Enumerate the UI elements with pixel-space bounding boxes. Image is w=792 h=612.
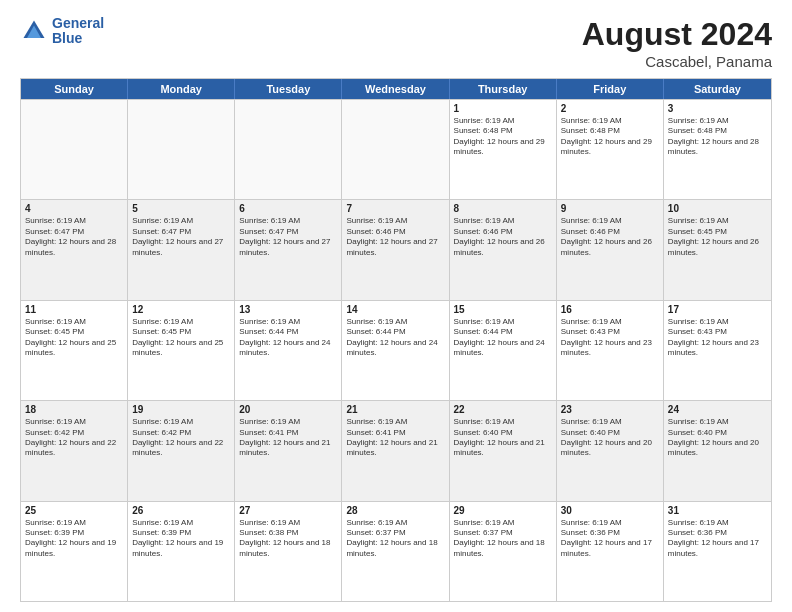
day-number-7: 7 bbox=[346, 203, 444, 214]
day-cell-20: 20Sunrise: 6:19 AM Sunset: 6:41 PM Dayli… bbox=[235, 401, 342, 500]
logo: General Blue bbox=[20, 16, 104, 47]
day-text-5: Sunrise: 6:19 AM Sunset: 6:47 PM Dayligh… bbox=[132, 216, 230, 258]
day-text-2: Sunrise: 6:19 AM Sunset: 6:48 PM Dayligh… bbox=[561, 116, 659, 158]
weekday-wednesday: Wednesday bbox=[342, 79, 449, 99]
day-text-28: Sunrise: 6:19 AM Sunset: 6:37 PM Dayligh… bbox=[346, 518, 444, 560]
empty-cell-0-2 bbox=[235, 100, 342, 199]
day-cell-29: 29Sunrise: 6:19 AM Sunset: 6:37 PM Dayli… bbox=[450, 502, 557, 601]
calendar-body: 1Sunrise: 6:19 AM Sunset: 6:48 PM Daylig… bbox=[21, 99, 771, 601]
logo-text: General Blue bbox=[52, 16, 104, 47]
day-number-29: 29 bbox=[454, 505, 552, 516]
day-cell-4: 4Sunrise: 6:19 AM Sunset: 6:47 PM Daylig… bbox=[21, 200, 128, 299]
day-number-1: 1 bbox=[454, 103, 552, 114]
day-cell-30: 30Sunrise: 6:19 AM Sunset: 6:36 PM Dayli… bbox=[557, 502, 664, 601]
day-text-1: Sunrise: 6:19 AM Sunset: 6:48 PM Dayligh… bbox=[454, 116, 552, 158]
day-number-11: 11 bbox=[25, 304, 123, 315]
day-text-14: Sunrise: 6:19 AM Sunset: 6:44 PM Dayligh… bbox=[346, 317, 444, 359]
day-number-20: 20 bbox=[239, 404, 337, 415]
day-cell-10: 10Sunrise: 6:19 AM Sunset: 6:45 PM Dayli… bbox=[664, 200, 771, 299]
day-cell-23: 23Sunrise: 6:19 AM Sunset: 6:40 PM Dayli… bbox=[557, 401, 664, 500]
logo-general: General bbox=[52, 16, 104, 31]
day-cell-3: 3Sunrise: 6:19 AM Sunset: 6:48 PM Daylig… bbox=[664, 100, 771, 199]
day-number-17: 17 bbox=[668, 304, 767, 315]
location-title: Cascabel, Panama bbox=[582, 53, 772, 70]
day-number-21: 21 bbox=[346, 404, 444, 415]
day-cell-13: 13Sunrise: 6:19 AM Sunset: 6:44 PM Dayli… bbox=[235, 301, 342, 400]
weekday-friday: Friday bbox=[557, 79, 664, 99]
day-text-30: Sunrise: 6:19 AM Sunset: 6:36 PM Dayligh… bbox=[561, 518, 659, 560]
weekday-thursday: Thursday bbox=[450, 79, 557, 99]
day-cell-1: 1Sunrise: 6:19 AM Sunset: 6:48 PM Daylig… bbox=[450, 100, 557, 199]
day-cell-26: 26Sunrise: 6:19 AM Sunset: 6:39 PM Dayli… bbox=[128, 502, 235, 601]
day-cell-24: 24Sunrise: 6:19 AM Sunset: 6:40 PM Dayli… bbox=[664, 401, 771, 500]
empty-cell-0-3 bbox=[342, 100, 449, 199]
day-text-20: Sunrise: 6:19 AM Sunset: 6:41 PM Dayligh… bbox=[239, 417, 337, 459]
day-text-12: Sunrise: 6:19 AM Sunset: 6:45 PM Dayligh… bbox=[132, 317, 230, 359]
day-number-3: 3 bbox=[668, 103, 767, 114]
day-number-5: 5 bbox=[132, 203, 230, 214]
day-number-9: 9 bbox=[561, 203, 659, 214]
day-cell-12: 12Sunrise: 6:19 AM Sunset: 6:45 PM Dayli… bbox=[128, 301, 235, 400]
day-text-7: Sunrise: 6:19 AM Sunset: 6:46 PM Dayligh… bbox=[346, 216, 444, 258]
day-cell-5: 5Sunrise: 6:19 AM Sunset: 6:47 PM Daylig… bbox=[128, 200, 235, 299]
day-cell-7: 7Sunrise: 6:19 AM Sunset: 6:46 PM Daylig… bbox=[342, 200, 449, 299]
day-cell-27: 27Sunrise: 6:19 AM Sunset: 6:38 PM Dayli… bbox=[235, 502, 342, 601]
empty-cell-0-0 bbox=[21, 100, 128, 199]
day-cell-14: 14Sunrise: 6:19 AM Sunset: 6:44 PM Dayli… bbox=[342, 301, 449, 400]
day-text-9: Sunrise: 6:19 AM Sunset: 6:46 PM Dayligh… bbox=[561, 216, 659, 258]
day-number-19: 19 bbox=[132, 404, 230, 415]
day-cell-15: 15Sunrise: 6:19 AM Sunset: 6:44 PM Dayli… bbox=[450, 301, 557, 400]
day-number-12: 12 bbox=[132, 304, 230, 315]
day-text-3: Sunrise: 6:19 AM Sunset: 6:48 PM Dayligh… bbox=[668, 116, 767, 158]
day-text-10: Sunrise: 6:19 AM Sunset: 6:45 PM Dayligh… bbox=[668, 216, 767, 258]
day-cell-17: 17Sunrise: 6:19 AM Sunset: 6:43 PM Dayli… bbox=[664, 301, 771, 400]
day-cell-16: 16Sunrise: 6:19 AM Sunset: 6:43 PM Dayli… bbox=[557, 301, 664, 400]
day-text-8: Sunrise: 6:19 AM Sunset: 6:46 PM Dayligh… bbox=[454, 216, 552, 258]
day-text-13: Sunrise: 6:19 AM Sunset: 6:44 PM Dayligh… bbox=[239, 317, 337, 359]
day-cell-11: 11Sunrise: 6:19 AM Sunset: 6:45 PM Dayli… bbox=[21, 301, 128, 400]
day-cell-31: 31Sunrise: 6:19 AM Sunset: 6:36 PM Dayli… bbox=[664, 502, 771, 601]
day-number-10: 10 bbox=[668, 203, 767, 214]
day-text-29: Sunrise: 6:19 AM Sunset: 6:37 PM Dayligh… bbox=[454, 518, 552, 560]
day-number-6: 6 bbox=[239, 203, 337, 214]
header: General Blue August 2024 Cascabel, Panam… bbox=[20, 16, 772, 70]
calendar-row-1: 1Sunrise: 6:19 AM Sunset: 6:48 PM Daylig… bbox=[21, 99, 771, 199]
day-number-14: 14 bbox=[346, 304, 444, 315]
day-number-22: 22 bbox=[454, 404, 552, 415]
day-number-13: 13 bbox=[239, 304, 337, 315]
day-text-25: Sunrise: 6:19 AM Sunset: 6:39 PM Dayligh… bbox=[25, 518, 123, 560]
day-text-24: Sunrise: 6:19 AM Sunset: 6:40 PM Dayligh… bbox=[668, 417, 767, 459]
day-cell-6: 6Sunrise: 6:19 AM Sunset: 6:47 PM Daylig… bbox=[235, 200, 342, 299]
page: General Blue August 2024 Cascabel, Panam… bbox=[0, 0, 792, 612]
day-number-28: 28 bbox=[346, 505, 444, 516]
day-text-22: Sunrise: 6:19 AM Sunset: 6:40 PM Dayligh… bbox=[454, 417, 552, 459]
day-text-31: Sunrise: 6:19 AM Sunset: 6:36 PM Dayligh… bbox=[668, 518, 767, 560]
day-text-6: Sunrise: 6:19 AM Sunset: 6:47 PM Dayligh… bbox=[239, 216, 337, 258]
weekday-sunday: Sunday bbox=[21, 79, 128, 99]
day-number-16: 16 bbox=[561, 304, 659, 315]
day-number-18: 18 bbox=[25, 404, 123, 415]
day-number-30: 30 bbox=[561, 505, 659, 516]
day-text-16: Sunrise: 6:19 AM Sunset: 6:43 PM Dayligh… bbox=[561, 317, 659, 359]
day-cell-22: 22Sunrise: 6:19 AM Sunset: 6:40 PM Dayli… bbox=[450, 401, 557, 500]
day-text-21: Sunrise: 6:19 AM Sunset: 6:41 PM Dayligh… bbox=[346, 417, 444, 459]
day-number-25: 25 bbox=[25, 505, 123, 516]
calendar-row-2: 4Sunrise: 6:19 AM Sunset: 6:47 PM Daylig… bbox=[21, 199, 771, 299]
day-number-4: 4 bbox=[25, 203, 123, 214]
day-number-24: 24 bbox=[668, 404, 767, 415]
logo-blue: Blue bbox=[52, 31, 104, 46]
day-number-15: 15 bbox=[454, 304, 552, 315]
day-text-18: Sunrise: 6:19 AM Sunset: 6:42 PM Dayligh… bbox=[25, 417, 123, 459]
day-number-8: 8 bbox=[454, 203, 552, 214]
day-text-23: Sunrise: 6:19 AM Sunset: 6:40 PM Dayligh… bbox=[561, 417, 659, 459]
weekday-saturday: Saturday bbox=[664, 79, 771, 99]
calendar: SundayMondayTuesdayWednesdayThursdayFrid… bbox=[20, 78, 772, 602]
day-cell-19: 19Sunrise: 6:19 AM Sunset: 6:42 PM Dayli… bbox=[128, 401, 235, 500]
day-number-2: 2 bbox=[561, 103, 659, 114]
day-number-27: 27 bbox=[239, 505, 337, 516]
weekday-tuesday: Tuesday bbox=[235, 79, 342, 99]
day-cell-25: 25Sunrise: 6:19 AM Sunset: 6:39 PM Dayli… bbox=[21, 502, 128, 601]
weekday-monday: Monday bbox=[128, 79, 235, 99]
day-text-19: Sunrise: 6:19 AM Sunset: 6:42 PM Dayligh… bbox=[132, 417, 230, 459]
day-text-27: Sunrise: 6:19 AM Sunset: 6:38 PM Dayligh… bbox=[239, 518, 337, 560]
